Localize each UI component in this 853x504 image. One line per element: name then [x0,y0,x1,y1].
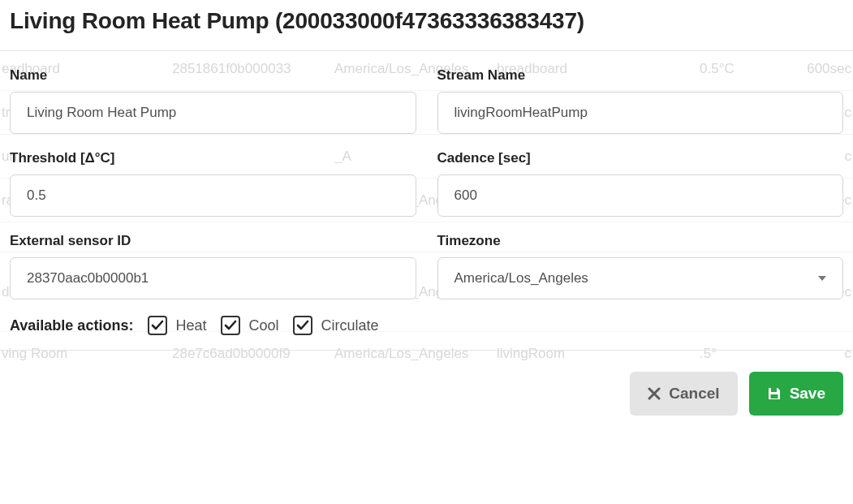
timezone-label: Timezone [437,233,844,249]
cancel-button[interactable]: Cancel [630,372,737,416]
stream-name-input[interactable] [437,92,844,134]
circulate-label: Circulate [321,317,378,334]
cool-label: Cool [248,317,278,334]
available-actions-label: Available actions: [10,317,133,334]
stream-name-label: Stream Name [437,67,844,84]
threshold-input[interactable] [10,174,416,217]
cadence-input[interactable] [437,174,844,217]
save-button[interactable]: Save [749,372,843,416]
external-sensor-label: External sensor ID [10,233,416,249]
modal-header: Living Room Heat Pump (200033000f4736333… [0,0,853,51]
svg-rect-1 [770,394,778,398]
modal-body: Name Stream Name Threshold [Δ°C] Cadence… [0,51,853,350]
x-icon [648,387,661,400]
check-icon [151,319,164,332]
caret-down-icon [818,276,826,281]
save-label: Save [790,385,825,403]
floppy-icon [767,386,782,401]
name-label: Name [10,67,416,84]
external-sensor-input[interactable] [10,257,416,299]
threshold-label: Threshold [Δ°C] [10,150,416,166]
heat-label: Heat [175,317,206,334]
timezone-value: America/Los_Angeles [455,270,588,286]
timezone-select[interactable]: America/Los_Angeles [437,257,844,299]
modal-footer: Cancel Save [0,350,853,437]
check-icon [224,319,237,332]
heat-checkbox[interactable] [148,316,167,335]
available-actions-row: Available actions: Heat Cool Circulate [10,316,843,335]
cool-checkbox[interactable] [221,316,240,335]
cadence-label: Cadence [sec] [437,150,844,166]
name-input[interactable] [10,92,416,134]
svg-rect-0 [771,388,777,392]
modal-title: Living Room Heat Pump (200033000f4736333… [10,8,843,34]
cancel-label: Cancel [669,385,719,403]
check-icon [296,319,309,332]
circulate-checkbox[interactable] [293,316,312,335]
